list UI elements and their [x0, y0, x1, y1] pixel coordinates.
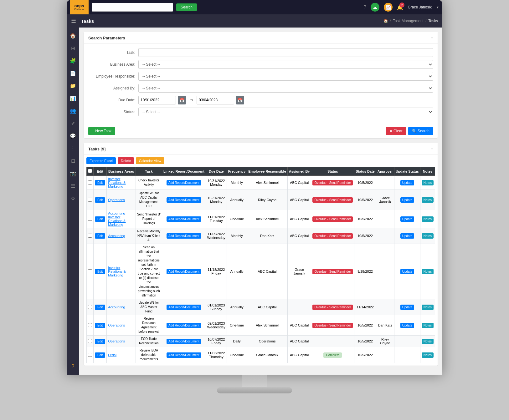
sidebar-item-help[interactable]: ?	[67, 362, 79, 372]
notes-button[interactable]: Notes	[422, 323, 434, 328]
status-select[interactable]: -- Select --	[138, 108, 433, 116]
business-area-link[interactable]: Accounting	[108, 305, 125, 309]
delete-button[interactable]: Delete	[118, 157, 134, 164]
sidebar-item-chat[interactable]: 💬	[67, 131, 79, 141]
notes-button[interactable]: Notes	[422, 216, 434, 222]
assigned-by-select[interactable]: -- Select --	[138, 84, 433, 93]
update-status-button[interactable]: Update	[400, 180, 414, 185]
business-area-link[interactable]: Operations	[108, 198, 125, 202]
business-area-link[interactable]: Accounting	[108, 234, 125, 238]
add-report-button[interactable]: Add Report/Document	[167, 269, 201, 274]
sidebar-item-doc[interactable]: 📄	[67, 68, 79, 78]
row-checkbox[interactable]	[88, 234, 92, 238]
chart-icon[interactable]: 📈	[384, 3, 393, 12]
update-status-button[interactable]: Update	[400, 233, 414, 239]
calendar-from-button[interactable]: 📅	[178, 96, 186, 104]
row-checkbox[interactable]	[88, 217, 92, 221]
notes-button[interactable]: Notes	[422, 233, 434, 239]
edit-button[interactable]: Edit	[95, 269, 105, 274]
user-name[interactable]: Grace Janosik	[408, 5, 432, 9]
add-report-button[interactable]: Add Report/Document	[167, 339, 201, 344]
clear-button[interactable]: ✕ Clear	[386, 127, 406, 135]
sidebar-item-grid[interactable]: ⊞	[67, 43, 79, 53]
topbar: oops Platform Search ? ☁ 📈 🔔 2 Grace Jan…	[67, 0, 442, 14]
add-report-button[interactable]: Add Report/Document	[167, 352, 201, 358]
add-report-button[interactable]: Add Report/Document	[167, 197, 201, 203]
due-date-to-input[interactable]	[197, 96, 234, 104]
business-area-link[interactable]: Legal	[108, 353, 116, 357]
notes-button[interactable]: Notes	[422, 305, 434, 310]
edit-button[interactable]: Edit	[95, 197, 105, 203]
sidebar-item-check[interactable]: ✔	[67, 118, 79, 128]
edit-button[interactable]: Edit	[95, 305, 105, 310]
user-menu-chevron[interactable]: ▼	[436, 6, 439, 9]
sidebar-item-chart[interactable]: 📊	[67, 93, 79, 103]
add-report-button[interactable]: Add Report/Document	[167, 305, 201, 310]
calendar-to-button[interactable]: 📅	[236, 96, 244, 104]
row-checkbox[interactable]	[88, 180, 92, 185]
sidebar-item-settings[interactable]: ⚙	[67, 193, 79, 203]
sidebar-item-people[interactable]: 👥	[67, 106, 79, 116]
business-area-select[interactable]: -- Select --	[138, 60, 433, 69]
search-panel-toggle[interactable]: −	[431, 35, 433, 40]
global-search-input[interactable]	[92, 3, 173, 12]
edit-button[interactable]: Edit	[95, 180, 105, 185]
add-report-button[interactable]: Add Report/Document	[167, 180, 201, 185]
add-report-button[interactable]: Add Report/Document	[167, 233, 201, 239]
global-search-button[interactable]: Search	[176, 3, 197, 11]
notes-button[interactable]: Notes	[422, 339, 434, 344]
sidebar-item-grid2[interactable]: ⊟	[67, 156, 79, 166]
cloud-icon[interactable]: ☁	[371, 3, 379, 12]
edit-button[interactable]: Edit	[95, 339, 105, 344]
status-badge: Overdue - Send Reminder	[312, 323, 353, 328]
breadcrumb-task-management[interactable]: Task Management	[393, 19, 424, 23]
employee-select[interactable]: -- Select --	[138, 72, 433, 81]
help-icon[interactable]: ?	[363, 4, 366, 10]
business-area-link[interactable]: Operations	[108, 323, 125, 327]
business-area-link[interactable]: Operations	[108, 339, 125, 343]
notes-button[interactable]: Notes	[422, 269, 434, 274]
update-status-button[interactable]: Update	[400, 216, 414, 222]
business-area-link[interactable]: Investor Relations & Marketing	[108, 266, 126, 277]
edit-button[interactable]: Edit	[95, 233, 105, 239]
sidebar-item-camera[interactable]: 📷	[67, 168, 79, 178]
notes-button[interactable]: Notes	[422, 197, 434, 203]
row-checkbox[interactable]	[88, 353, 92, 357]
sidebar-item-dots[interactable]: ⋮	[67, 143, 79, 153]
add-report-button[interactable]: Add Report/Document	[167, 323, 201, 328]
select-all-checkbox[interactable]	[88, 169, 92, 173]
sidebar-item-list[interactable]: ☰	[67, 181, 79, 191]
add-report-button[interactable]: Add Report/Document	[167, 216, 201, 222]
row-checkbox[interactable]	[88, 323, 92, 327]
export-excel-button[interactable]: Export to Excel	[86, 157, 116, 164]
update-status-button[interactable]: Update	[400, 323, 414, 328]
row-checkbox[interactable]	[88, 269, 92, 273]
sidebar-item-puzzle[interactable]: 🧩	[67, 56, 79, 66]
sidebar-item-home[interactable]: 🏠	[67, 31, 79, 41]
update-status-button[interactable]: Update	[400, 305, 414, 310]
row-checkbox[interactable]	[88, 339, 92, 343]
notes-button[interactable]: Notes	[422, 180, 434, 185]
tasks-panel-toggle[interactable]: −	[431, 146, 433, 151]
business-area-link[interactable]: Accounting Investor Relations & Marketin…	[108, 211, 126, 226]
update-status-button[interactable]: Update	[400, 197, 414, 203]
employee-cell: Riley Coyne	[247, 190, 287, 210]
business-area-link[interactable]: Investor Relations & Marketing	[108, 177, 126, 188]
status-badge: Overdue - Send Reminder	[312, 216, 353, 222]
calendar-view-button[interactable]: Calendar View	[136, 157, 164, 164]
edit-button[interactable]: Edit	[95, 352, 105, 358]
edit-button[interactable]: Edit	[95, 323, 105, 328]
search-button[interactable]: 🔍 Search	[408, 127, 433, 135]
new-task-button[interactable]: + New Task	[88, 127, 115, 135]
notification-icon[interactable]: 🔔 2	[397, 4, 403, 10]
notes-button[interactable]: Notes	[422, 352, 434, 358]
edit-button[interactable]: Edit	[95, 216, 105, 222]
row-checkbox[interactable]	[88, 198, 92, 202]
sidebar-item-file[interactable]: 📁	[67, 81, 79, 91]
update-status-button[interactable]: Update	[400, 269, 414, 274]
task-input[interactable]	[138, 48, 433, 57]
row-checkbox[interactable]	[88, 305, 92, 309]
breadcrumb-home-icon[interactable]: 🏠	[383, 19, 388, 23]
hamburger-icon[interactable]: ☰	[71, 18, 76, 24]
due-date-from-input[interactable]	[138, 96, 176, 104]
